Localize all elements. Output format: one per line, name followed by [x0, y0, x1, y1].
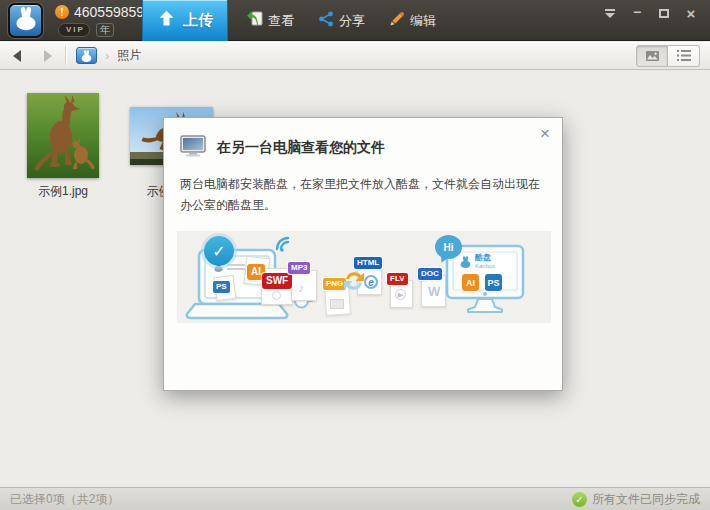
file-thumbnail-1[interactable] — [27, 93, 99, 178]
dialog-close-button[interactable]: × — [540, 125, 550, 142]
file-item-1[interactable]: 示例1.jpg — [27, 93, 99, 200]
illus-badge-mp3: MP3 — [288, 262, 310, 274]
breadcrumb[interactable]: › 照片 — [76, 42, 141, 69]
file-grid: 示例1.jpg — [0, 70, 710, 487]
file-page — [291, 270, 317, 301]
list-view-icon — [677, 47, 691, 65]
sync-status-label: 所有文件已同步完成 — [592, 491, 700, 508]
minimize-button[interactable]: − — [630, 7, 644, 20]
dialog-body-text: 两台电脑都安装酷盘，在家里把文件放入酷盘，文件就会自动出现在办公室的酷盘里。 — [180, 174, 548, 216]
upload-button[interactable]: 上传 — [142, 0, 228, 41]
vip-badge: VIP — [58, 23, 90, 37]
sync-status[interactable]: ✓ 所有文件已同步完成 — [572, 491, 700, 508]
monitor-icon — [180, 135, 206, 161]
status-bar: 已选择0项（共2项） ✓ 所有文件已同步完成 — [0, 487, 710, 510]
forward-icon — [44, 50, 52, 62]
thumbnail-view-icon — [646, 47, 659, 65]
music-note-glyph: ♪ — [298, 281, 304, 295]
view-button[interactable]: 查看 — [246, 11, 294, 30]
share-icon — [318, 11, 334, 30]
dialog-title: 在另一台电脑查看您的文件 — [217, 139, 385, 157]
kanbox-brand: 酷盘 Kanbox — [459, 254, 495, 269]
play-glyph: ▶ — [395, 289, 406, 300]
check-circle-icon: ✓ — [204, 236, 234, 266]
back-button[interactable] — [2, 42, 32, 69]
kangaroo-photo-1 — [27, 93, 99, 178]
illus-badge-doc: DOC — [418, 268, 442, 280]
folder-icon[interactable] — [76, 47, 97, 64]
app-logo[interactable] — [8, 3, 43, 38]
app-window: ! 460559859 VIP 年 上传 查看 — [0, 0, 710, 510]
window-controls: − × — [603, 7, 698, 20]
illus-badge-ps: PS — [213, 281, 230, 293]
forward-button[interactable] — [33, 42, 63, 69]
pencil-icon — [389, 11, 405, 30]
file-name[interactable]: 示例1.jpg — [27, 183, 99, 200]
breadcrumb-separator: › — [105, 48, 109, 63]
view-arrow-icon — [246, 11, 263, 30]
view-toggle — [636, 45, 700, 67]
illus-badge-flv: FLV — [387, 273, 408, 285]
info-dialog: × 在另一台电脑查看您的文件 两台电脑都安装酷盘，在家里把文件放入酷盘，文件就 — [163, 117, 563, 391]
share-button-label: 分享 — [339, 12, 365, 30]
word-glyph: W — [428, 284, 440, 299]
brand-name: 酷盘 — [475, 254, 495, 263]
illus-badge-ai-2: AI — [462, 274, 479, 291]
edit-button-label: 编辑 — [410, 12, 436, 30]
edit-button[interactable]: 编辑 — [389, 11, 436, 30]
sync-arrows-icon — [341, 268, 367, 298]
sync-illustration: ✓ PS AI SWF — [177, 231, 551, 323]
divider — [65, 46, 66, 65]
hi-bubble: Hi — [435, 235, 462, 259]
wifi-icon — [273, 234, 297, 258]
sync-check-icon: ✓ — [572, 492, 587, 507]
upload-arrow-icon — [157, 9, 176, 32]
thumbnail-view-button[interactable] — [636, 45, 668, 67]
picture-glyph — [330, 299, 344, 309]
brand-subname: Kanbox — [475, 263, 495, 270]
maximize-icon — [659, 9, 669, 18]
list-view-button[interactable] — [668, 45, 700, 67]
year-badge: 年 — [96, 23, 114, 37]
user-account[interactable]: ! 460559859 VIP 年 — [55, 4, 144, 37]
skin-menu-icon — [605, 9, 615, 11]
skin-menu-button[interactable] — [603, 7, 617, 20]
maximize-button[interactable] — [657, 7, 671, 20]
notice-badge-icon[interactable]: ! — [55, 5, 69, 19]
close-window-button[interactable]: × — [684, 7, 698, 20]
illus-badge-ps-2: PS — [485, 274, 502, 291]
path-bar: › 照片 — [0, 42, 710, 70]
breadcrumb-folder-label[interactable]: 照片 — [117, 47, 141, 64]
user-id: 460559859 — [74, 4, 144, 20]
back-icon — [13, 50, 21, 62]
illus-badge-swf: SWF — [262, 273, 292, 289]
swf-glyph — [272, 291, 281, 300]
view-button-label: 查看 — [268, 12, 294, 30]
share-button[interactable]: 分享 — [318, 11, 365, 30]
upload-button-label: 上传 — [183, 11, 213, 30]
selection-status: 已选择0项（共2项） — [10, 491, 119, 508]
toolbar: 查看 分享 编辑 — [246, 0, 436, 41]
titlebar: ! 460559859 VIP 年 上传 查看 — [0, 0, 710, 41]
rabbit-logo-icon — [13, 5, 39, 36]
